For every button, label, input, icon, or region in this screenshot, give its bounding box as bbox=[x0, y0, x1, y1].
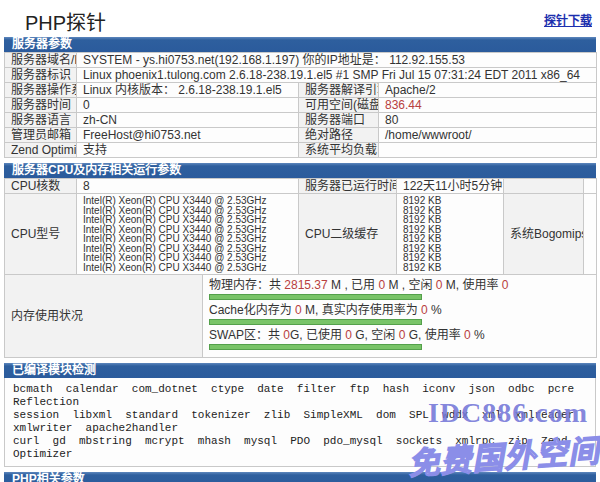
section-header-server-params: 服务器参数 bbox=[4, 37, 596, 52]
value-text: SWAP区：共 bbox=[209, 328, 283, 342]
value-text: zh-CN bbox=[83, 113, 117, 127]
value-text: Cache化内存为 bbox=[209, 303, 295, 317]
memory-progress-bar bbox=[209, 344, 422, 350]
param-label: 服务器解译引擎 bbox=[299, 83, 379, 98]
param-value: 8 bbox=[77, 179, 299, 194]
value-text: G, 空闲 bbox=[352, 328, 399, 342]
value-text: Apache/2 bbox=[385, 83, 436, 97]
value-text: Linux 内核版本： 2.6.18-238.19.1.el5 bbox=[83, 83, 282, 97]
value-text: FreeHost@hi0753.net bbox=[83, 128, 201, 142]
value-text: G, 使用率 bbox=[405, 328, 464, 342]
value-text: M , 空闲 bbox=[385, 278, 436, 292]
param-label bbox=[504, 179, 584, 194]
param-value: FreeHost@hi0753.net bbox=[77, 128, 299, 143]
param-label: 服务器端口 bbox=[299, 113, 379, 128]
param-label: 系统平均负载 bbox=[299, 143, 379, 158]
value-text: 0 bbox=[83, 98, 90, 112]
param-value: Linux 内核版本： 2.6.18-238.19.1.el5 bbox=[77, 83, 299, 98]
value-highlight: 0 bbox=[283, 328, 290, 342]
value-text: % bbox=[428, 303, 442, 317]
table-row: 管理员邮箱FreeHost@hi0753.net绝对路径/home/wwwroo… bbox=[5, 128, 597, 143]
memory-usage-table: 内存使用状况 物理内存：共 2815.37 M , 已用 0 M , 空闲 0 … bbox=[4, 274, 597, 358]
probe-download-link[interactable]: 探针下载 bbox=[544, 11, 592, 28]
memory-usage-item: SWAP区：共 0G, 已使用 0 G, 空闲 0 G, 使用率 0 % bbox=[209, 329, 590, 350]
memory-usage-content: 物理内存：共 2815.37 M , 已用 0 M , 空闲 0 M, 使用率 … bbox=[203, 275, 597, 358]
title-bar: PHP探针 探针下载 bbox=[0, 0, 600, 37]
param-value: Intel(R) Xeon(R) CPU X3440 @ 2.53GHzInte… bbox=[77, 194, 299, 275]
param-value: 8192 KB8192 KB8192 KB8192 KB8192 KB8192 … bbox=[397, 194, 504, 275]
param-label: 系统Bogomips bbox=[504, 194, 584, 275]
param-value bbox=[584, 179, 597, 194]
memory-usage-text: SWAP区：共 0G, 已使用 0 G, 空闲 0 G, 使用率 0 % bbox=[209, 329, 590, 342]
memory-usage-label: 内存使用状况 bbox=[5, 275, 203, 358]
table-row: CPU型号Intel(R) Xeon(R) CPU X3440 @ 2.53GH… bbox=[5, 194, 597, 275]
value-text: M, 真实内存使用率为 bbox=[302, 303, 421, 317]
param-value: 0 bbox=[77, 98, 299, 113]
value-text: 122天11小时5分钟 bbox=[403, 179, 502, 193]
param-label: 管理员邮箱 bbox=[5, 128, 77, 143]
memory-progress-bar bbox=[209, 294, 422, 300]
module-list-line: session libxml standard tokenizer zlib S… bbox=[13, 409, 587, 435]
value-text: 8 bbox=[83, 179, 90, 193]
table-row: Zend Optimizer支持系统平均负载 bbox=[5, 143, 597, 158]
param-value: zh-CN bbox=[77, 113, 299, 128]
memory-progress-bar bbox=[209, 319, 422, 325]
value-text: G, 已使用 bbox=[290, 328, 345, 342]
memory-usage-text: 物理内存：共 2815.37 M , 已用 0 M , 空闲 0 M, 使用率 … bbox=[209, 279, 590, 292]
param-value: 122天11小时5分钟 bbox=[397, 179, 504, 194]
param-value: 支持 bbox=[77, 143, 299, 158]
section-header-php-params: PHP相关参数 bbox=[4, 472, 596, 482]
param-label: CPU型号 bbox=[5, 194, 77, 275]
value-highlight: 0 bbox=[502, 278, 509, 292]
section-header-modules: 已编译模块检测 bbox=[4, 363, 596, 378]
page-title: PHP探针 bbox=[25, 7, 106, 36]
param-value: 836.44 bbox=[379, 98, 597, 113]
param-label: 服务器时间 bbox=[5, 98, 77, 113]
server-params-table: 服务器域名/IP地址SYSTEM - ys.hi0753.net(192.168… bbox=[4, 52, 597, 158]
table-row: 服务器语言zh-CN服务器端口80 bbox=[5, 113, 597, 128]
cpu-params-table: CPU核数8服务器已运行时间122天11小时5分钟CPU型号Intel(R) X… bbox=[4, 178, 597, 275]
param-value bbox=[584, 194, 597, 275]
value-text: 支持 bbox=[83, 143, 107, 157]
param-label: 可用空间(磁盘区) bbox=[299, 98, 379, 113]
param-label: 服务器域名/IP地址 bbox=[5, 53, 77, 68]
module-list-line: curl gd mbstring mcrypt mhash mysql PDO … bbox=[13, 435, 587, 461]
table-row: CPU核数8服务器已运行时间122天11小时5分钟 bbox=[5, 179, 597, 194]
param-label: 服务器语言 bbox=[5, 113, 77, 128]
value-text: /home/wwwroot/ bbox=[385, 128, 472, 142]
param-label: CPU核数 bbox=[5, 179, 77, 194]
value-text: 80 bbox=[385, 113, 398, 127]
value-highlight: 0 bbox=[464, 328, 471, 342]
table-row: 服务器域名/IP地址SYSTEM - ys.hi0753.net(192.168… bbox=[5, 53, 597, 68]
module-list-line: bcmath calendar com_dotnet ctype date fi… bbox=[13, 383, 587, 409]
compiled-modules-list: bcmath calendar com_dotnet ctype date fi… bbox=[4, 378, 596, 467]
value-text: Linux phoenix1.tulong.com 2.6.18-238.19.… bbox=[83, 68, 580, 82]
value-highlight: 2815.37 bbox=[284, 278, 327, 292]
param-label: 服务器已运行时间 bbox=[299, 179, 397, 194]
value-highlight: 0 bbox=[421, 303, 428, 317]
param-label: CPU二级缓存 bbox=[299, 194, 397, 275]
value-text: M, 使用率 bbox=[442, 278, 501, 292]
value-text: SYSTEM - ys.hi0753.net(192.168.1.197) 你的… bbox=[83, 53, 465, 67]
memory-usage-item: Cache化内存为 0 M, 真实内存使用率为 0 % bbox=[209, 304, 590, 325]
param-label: 绝对路径 bbox=[299, 128, 379, 143]
table-row: 服务器操作系统Linux 内核版本： 2.6.18-238.19.1.el5服务… bbox=[5, 83, 597, 98]
param-value: Linux phoenix1.tulong.com 2.6.18-238.19.… bbox=[77, 68, 597, 83]
param-value: SYSTEM - ys.hi0753.net(192.168.1.197) 你的… bbox=[77, 53, 597, 68]
param-value bbox=[379, 143, 597, 158]
param-value: /home/wwwroot/ bbox=[379, 128, 597, 143]
param-value: Apache/2 bbox=[379, 83, 597, 98]
table-row: 服务器时间0可用空间(磁盘区)836.44 bbox=[5, 98, 597, 113]
section-header-cpu-memory: 服务器CPU及内存相关运行参数 bbox=[4, 163, 596, 178]
memory-usage-item: 物理内存：共 2815.37 M , 已用 0 M , 空闲 0 M, 使用率 … bbox=[209, 279, 590, 300]
table-row: 服务器标识Linux phoenix1.tulong.com 2.6.18-23… bbox=[5, 68, 597, 83]
param-label: 服务器操作系统 bbox=[5, 83, 77, 98]
value-text: 物理内存：共 bbox=[209, 278, 284, 292]
param-label: Zend Optimizer bbox=[5, 143, 77, 158]
value-text: M , 已用 bbox=[328, 278, 379, 292]
memory-usage-text: Cache化内存为 0 M, 真实内存使用率为 0 % bbox=[209, 304, 590, 317]
param-label: 服务器标识 bbox=[5, 68, 77, 83]
param-value: 80 bbox=[379, 113, 597, 128]
value-text: % bbox=[471, 328, 485, 342]
value-highlight: 0 bbox=[295, 303, 302, 317]
